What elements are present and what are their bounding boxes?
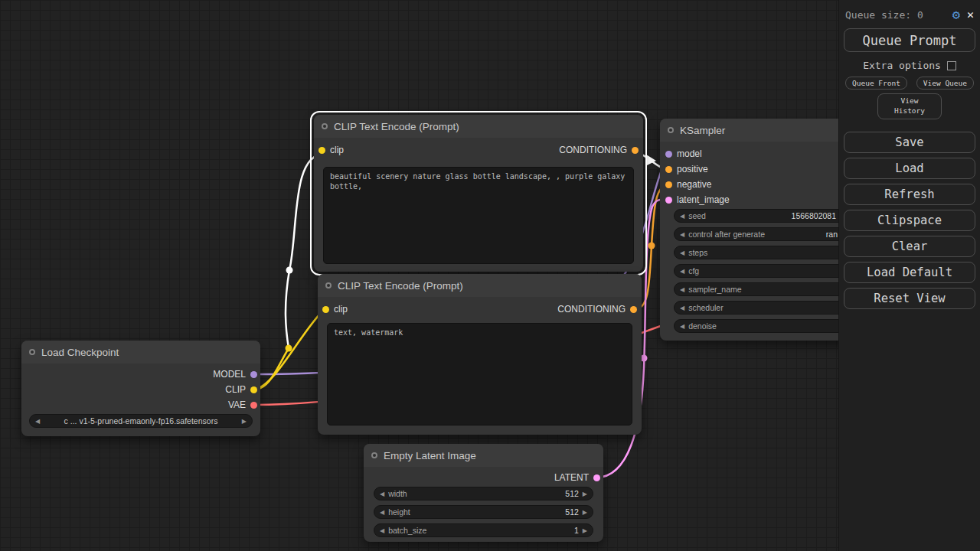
positive-prompt-textarea[interactable]: beautiful scenery nature glass bottle la… — [323, 167, 634, 264]
comfyui-canvas[interactable]: CLIP Text Encode (Prompt) clip CONDITION… — [0, 0, 980, 551]
collapse-dot-icon[interactable] — [29, 349, 35, 355]
view-history-button[interactable]: View History — [877, 93, 942, 119]
vae-slot-dot[interactable] — [250, 402, 257, 409]
output-slot-vae[interactable]: VAE — [228, 397, 260, 412]
output-slot-clip[interactable]: CLIP — [225, 382, 260, 397]
node-clip-text-encode-positive[interactable]: CLIP Text Encode (Prompt) clip CONDITION… — [314, 115, 643, 272]
node-title: KSampler — [680, 125, 725, 136]
input-slot-clip[interactable]: clip — [322, 302, 348, 317]
model-slot-dot[interactable] — [665, 151, 672, 158]
widget-label: sampler_name — [688, 285, 741, 294]
widget-label: scheduler — [688, 303, 724, 312]
node-title-bar[interactable]: CLIP Text Encode (Prompt) — [318, 274, 642, 297]
queue-prompt-button[interactable]: Queue Prompt — [844, 28, 975, 52]
slot-label: latent_image — [677, 194, 730, 205]
prev-value-arrow-icon[interactable]: ◀ — [35, 418, 40, 425]
widget-label: height — [388, 507, 410, 517]
increment-arrow-icon[interactable]: ▶ — [583, 527, 587, 534]
output-slot-conditioning[interactable]: CONDITIONING — [559, 142, 639, 158]
latent-slot-dot[interactable] — [665, 197, 672, 204]
widget-label: seed — [688, 211, 706, 220]
queue-size-label: Queue size: 0 — [845, 9, 946, 21]
collapse-dot-icon[interactable] — [322, 123, 328, 129]
conditioning-slot-dot[interactable] — [632, 147, 639, 154]
negative-prompt-textarea[interactable]: text, watermark — [327, 323, 632, 425]
input-slot-clip[interactable]: clip — [318, 142, 344, 158]
reset-view-button[interactable]: Reset View — [844, 288, 975, 309]
clipspace-button[interactable]: Clipspace — [844, 210, 975, 231]
slot-label: model — [677, 148, 702, 159]
slot-label: clip — [330, 145, 344, 155]
widget-label: width — [388, 489, 407, 498]
node-title-bar[interactable]: Empty Latent Image — [364, 444, 603, 467]
collapse-dot-icon[interactable] — [668, 127, 674, 133]
close-menu-icon[interactable]: ✕ — [967, 9, 974, 21]
widget-label: control after generate — [688, 230, 765, 239]
queue-front-button[interactable]: Queue Front — [845, 77, 907, 90]
batch-size-widget[interactable]: ◀ batch_size 1 ▶ — [374, 523, 593, 537]
node-title: CLIP Text Encode (Prompt) — [334, 121, 459, 132]
widget-value: 1566802081 — [792, 211, 836, 220]
output-slot-latent[interactable]: LATENT — [554, 470, 603, 485]
link-midpoint-dot[interactable] — [286, 345, 292, 352]
collapse-dot-icon[interactable] — [325, 282, 332, 289]
comfyui-menu-panel: Queue size: 0 ⚙ ✕ Queue Prompt Extra opt… — [838, 0, 980, 551]
prev-value-arrow-icon[interactable]: ◀ — [680, 305, 684, 311]
node-load-checkpoint[interactable]: Load Checkpoint MODEL CLIP VAE ◀ c ... v… — [21, 341, 260, 436]
node-clip-text-encode-negative[interactable]: CLIP Text Encode (Prompt) clip CONDITION… — [318, 274, 642, 435]
slot-label: MODEL — [213, 369, 246, 380]
save-button[interactable]: Save — [844, 132, 975, 153]
widget-value: ran — [826, 230, 838, 239]
node-empty-latent-image[interactable]: Empty Latent Image LATENT ◀ width 512 ▶ … — [364, 444, 603, 542]
prev-value-arrow-icon[interactable]: ◀ — [680, 268, 684, 275]
latent-slot-dot[interactable] — [593, 474, 600, 481]
widget-label: cfg — [688, 266, 699, 276]
link-midpoint-dot[interactable] — [286, 267, 293, 274]
node-title-bar[interactable]: Load Checkpoint — [21, 341, 260, 364]
prev-value-arrow-icon[interactable]: ◀ — [680, 249, 684, 256]
refresh-button[interactable]: Refresh — [844, 184, 975, 205]
clip-slot-dot[interactable] — [250, 386, 257, 393]
decrement-arrow-icon[interactable]: ◀ — [380, 509, 384, 516]
output-slot-model[interactable]: MODEL — [213, 367, 260, 382]
prev-value-arrow-icon[interactable]: ◀ — [680, 323, 684, 330]
clip-slot-dot[interactable] — [322, 306, 329, 313]
slot-label: VAE — [228, 399, 246, 410]
output-slot-conditioning[interactable]: CONDITIONING — [557, 302, 637, 317]
slot-label: CONDITIONING — [559, 145, 627, 155]
load-button[interactable]: Load — [844, 158, 975, 179]
extra-options-label: Extra options — [863, 60, 941, 71]
slot-label: positive — [677, 164, 708, 174]
widget-label: batch_size — [388, 526, 426, 535]
increment-arrow-icon[interactable]: ▶ — [583, 491, 587, 497]
clip-slot-dot[interactable] — [318, 147, 325, 154]
increment-arrow-icon[interactable]: ▶ — [583, 509, 587, 516]
height-widget[interactable]: ◀ height 512 ▶ — [374, 505, 593, 519]
conditioning-slot-dot[interactable] — [665, 166, 672, 173]
next-value-arrow-icon[interactable]: ▶ — [242, 418, 247, 425]
slot-label: CLIP — [225, 384, 246, 395]
load-default-button[interactable]: Load Default — [844, 262, 975, 283]
prev-value-arrow-icon[interactable]: ◀ — [680, 231, 684, 238]
decrement-arrow-icon[interactable]: ◀ — [380, 527, 384, 534]
settings-gear-icon[interactable]: ⚙ — [952, 8, 960, 21]
slot-label: negative — [677, 179, 711, 190]
model-slot-dot[interactable] — [250, 371, 257, 378]
conditioning-slot-dot[interactable] — [665, 181, 672, 188]
decrement-arrow-icon[interactable]: ◀ — [380, 491, 384, 497]
link-midpoint-dot[interactable] — [648, 243, 655, 249]
conditioning-slot-dot[interactable] — [630, 306, 637, 313]
ckpt-name-combo-widget[interactable]: ◀ c ... v1-5-pruned-emaonly-fp16.safeten… — [29, 414, 253, 428]
node-title: Load Checkpoint — [41, 347, 119, 358]
view-queue-button[interactable]: View Queue — [916, 77, 974, 90]
prev-value-arrow-icon[interactable]: ◀ — [680, 213, 684, 220]
extra-options-checkbox[interactable] — [947, 61, 956, 70]
clear-button[interactable]: Clear — [844, 236, 975, 257]
widget-value: 512 — [565, 489, 579, 498]
prev-value-arrow-icon[interactable]: ◀ — [680, 286, 684, 293]
width-widget[interactable]: ◀ width 512 ▶ — [374, 487, 593, 500]
widget-value: 1 — [574, 526, 579, 535]
ckpt-name-value: c ... v1-5-pruned-emaonly-fp16.safetenso… — [44, 416, 238, 425]
collapse-dot-icon[interactable] — [371, 452, 377, 458]
node-title-bar[interactable]: CLIP Text Encode (Prompt) — [314, 115, 643, 138]
